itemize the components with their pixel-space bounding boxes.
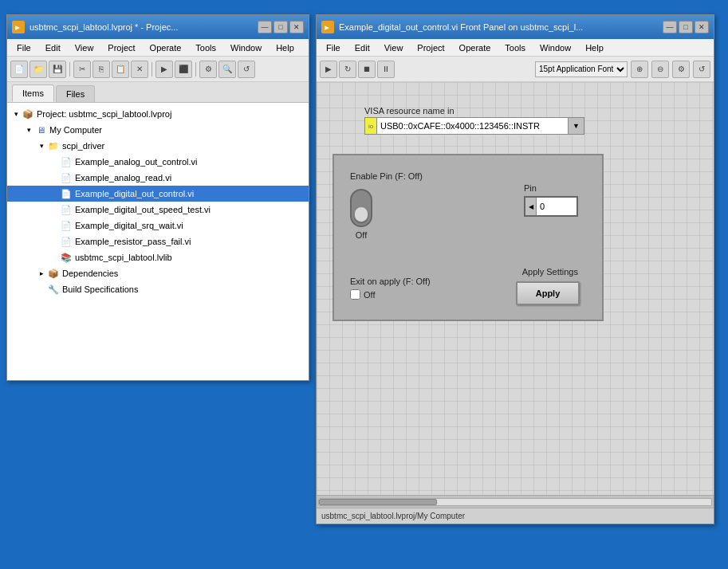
pin-container: Pin ◀ bbox=[524, 183, 578, 217]
toolbar-open[interactable]: 📁 bbox=[30, 61, 47, 78]
fp-menubar: File Edit View Project Operate Tools Win… bbox=[317, 39, 714, 57]
tree-mycomputer[interactable]: ▾ 🖥 My Computer bbox=[7, 122, 309, 138]
project-window-title: usbtmc_scpi_labtool.lvproj * - Projec... bbox=[30, 22, 253, 32]
tree-lvlib[interactable]: 📚 usbtmc_scpi_labtool.lvlib bbox=[7, 249, 309, 265]
menu-view[interactable]: View bbox=[69, 41, 100, 54]
fp-tool4[interactable]: ↺ bbox=[693, 61, 710, 78]
apply-settings-label: Apply Settings bbox=[522, 267, 578, 277]
fp-tool3[interactable]: ⚙ bbox=[672, 61, 690, 78]
vi-icon: 📄 bbox=[60, 155, 73, 168]
toolbar-extra2[interactable]: 🔍 bbox=[218, 61, 236, 78]
fp-scrollbar[interactable] bbox=[317, 495, 714, 508]
fp-menu-project[interactable]: Project bbox=[411, 41, 451, 54]
tree-label-r: Example_resistor_pass_fail.vi bbox=[75, 237, 191, 246]
tree-scpidriver[interactable]: ▾ 📁 scpi_driver bbox=[7, 138, 309, 154]
fp-menu-operate[interactable]: Operate bbox=[453, 41, 498, 54]
toolbar-paste[interactable]: 📋 bbox=[112, 61, 129, 78]
tree-label-do: Example_digital_out_control.vi bbox=[75, 189, 194, 198]
visa-resource-icon: io bbox=[364, 117, 377, 135]
menu-file[interactable]: File bbox=[10, 41, 37, 54]
tree-toggle-project[interactable]: ▾ bbox=[10, 108, 22, 120]
vi-icon-ar: 📄 bbox=[60, 171, 73, 184]
pin-value-input[interactable] bbox=[537, 198, 576, 215]
enable-pin-toggle[interactable] bbox=[350, 189, 372, 227]
vi-icon-do: 📄 bbox=[60, 187, 73, 200]
tree-build[interactable]: 🔧 Build Specifications bbox=[7, 281, 309, 297]
fp-maximize-button[interactable]: □ bbox=[679, 21, 693, 33]
toolbar-new[interactable]: 📄 bbox=[10, 61, 28, 78]
visa-dropdown-arrow[interactable]: ▼ bbox=[569, 117, 584, 135]
toolbar-run[interactable]: ▶ bbox=[155, 61, 173, 78]
project-app-icon: ▶ bbox=[12, 21, 25, 33]
menu-help[interactable]: Help bbox=[270, 41, 301, 54]
tree-analog-out[interactable]: 📄 Example_analog_out_control.vi bbox=[7, 154, 309, 170]
tree-toggle-mycomputer[interactable]: ▾ bbox=[23, 124, 34, 135]
tree-analog-read[interactable]: 📄 Example_analog_read.vi bbox=[7, 170, 309, 186]
tree-digital-speed[interactable]: 📄 Example_digital_out_speed_test.vi bbox=[7, 202, 309, 218]
scrollbar-track bbox=[318, 498, 712, 506]
tree-toggle-scpi[interactable]: ▾ bbox=[36, 140, 47, 151]
toolbar-cut[interactable]: ✂ bbox=[73, 61, 91, 78]
fp-tool1[interactable]: ⊕ bbox=[631, 61, 648, 78]
tree-label-ao: Example_analog_out_control.vi bbox=[75, 157, 198, 167]
toolbar-save[interactable]: 💾 bbox=[49, 61, 66, 78]
menu-tools[interactable]: Tools bbox=[189, 41, 222, 54]
tree-dependencies[interactable]: ▸ 📦 Dependencies bbox=[7, 265, 309, 281]
project-tree: ▾ 📦 Project: usbtmc_scpi_labtool.lvproj … bbox=[7, 103, 309, 380]
pin-decrement-button[interactable]: ◀ bbox=[525, 198, 537, 215]
fp-menu-view[interactable]: View bbox=[378, 41, 410, 54]
fp-menu-file[interactable]: File bbox=[320, 41, 347, 54]
fp-menu-window[interactable]: Window bbox=[533, 41, 577, 54]
folder-icon: 📁 bbox=[47, 139, 60, 152]
project-titlebar: ▶ usbtmc_scpi_labtool.lvproj * - Projec.… bbox=[7, 15, 309, 39]
project-toolbar: 📄 📁 💾 ✂ ⎘ 📋 ✕ ▶ ⬛ ⚙ 🔍 ↺ bbox=[7, 57, 309, 82]
tab-files[interactable]: Files bbox=[56, 85, 95, 102]
exit-apply-checkbox-label: Off bbox=[364, 290, 375, 300]
menu-project[interactable]: Project bbox=[101, 41, 141, 54]
fp-run-btn[interactable]: ▶ bbox=[320, 61, 337, 78]
font-selector[interactable]: 15pt Application Font bbox=[535, 61, 628, 77]
fp-minimize-button[interactable]: — bbox=[663, 21, 677, 33]
exit-apply-checkbox[interactable] bbox=[350, 289, 360, 300]
toggle-dep[interactable]: ▸ bbox=[36, 268, 47, 279]
frontpanel-grid: VISA resource name in io USB0::0xCAFE::0… bbox=[317, 82, 714, 495]
project-menubar: File Edit View Project Operate Tools Win… bbox=[7, 39, 309, 57]
toolbar-copy[interactable]: ⎘ bbox=[92, 61, 110, 78]
project-icon: 📦 bbox=[22, 108, 34, 120]
tree-digital-out[interactable]: 📄 Example_digital_out_control.vi bbox=[7, 186, 309, 202]
tree-project[interactable]: ▾ 📦 Project: usbtmc_scpi_labtool.lvproj bbox=[7, 106, 309, 122]
tree-label-build: Build Specifications bbox=[62, 284, 138, 294]
restore-button[interactable]: □ bbox=[273, 21, 288, 33]
toolbar-delete[interactable]: ✕ bbox=[131, 61, 148, 78]
menu-operate[interactable]: Operate bbox=[144, 41, 188, 54]
vi-icon-r: 📄 bbox=[60, 235, 73, 248]
fp-run-cont-btn[interactable]: ↻ bbox=[339, 61, 356, 78]
fp-abort-btn[interactable]: ⏹ bbox=[358, 61, 376, 78]
toolbar-extra3[interactable]: ↺ bbox=[238, 61, 255, 78]
fp-menu-edit[interactable]: Edit bbox=[348, 41, 376, 54]
tree-digital-srq[interactable]: 📄 Example_digital_srq_wait.vi bbox=[7, 218, 309, 233]
tree-label-mycomputer: My Computer bbox=[49, 125, 102, 135]
build-icon: 🔧 bbox=[47, 283, 60, 296]
apply-button[interactable]: Apply bbox=[516, 281, 580, 305]
tab-items[interactable]: Items bbox=[12, 84, 54, 102]
lib-icon: 📚 bbox=[60, 251, 73, 264]
minimize-button[interactable]: — bbox=[258, 21, 272, 33]
fp-tool2[interactable]: ⊖ bbox=[651, 61, 669, 78]
menu-window[interactable]: Window bbox=[224, 41, 268, 54]
fp-menu-tools[interactable]: Tools bbox=[498, 41, 532, 54]
toolbar-abort[interactable]: ⬛ bbox=[175, 61, 192, 78]
tree-resistor[interactable]: 📄 Example_resistor_pass_fail.vi bbox=[7, 233, 309, 249]
toolbar-extra1[interactable]: ⚙ bbox=[199, 61, 217, 78]
fp-menu-help[interactable]: Help bbox=[579, 41, 610, 54]
project-window: ▶ usbtmc_scpi_labtool.lvproj * - Projec.… bbox=[6, 14, 309, 381]
scrollbar-thumb[interactable] bbox=[319, 499, 437, 505]
exit-apply-container: Exit on apply (F: Off) Off bbox=[350, 277, 431, 300]
fp-pause-btn[interactable]: ⏸ bbox=[377, 61, 395, 78]
close-button[interactable]: ✕ bbox=[289, 21, 304, 33]
fp-close-button[interactable]: ✕ bbox=[695, 21, 709, 33]
menu-edit[interactable]: Edit bbox=[39, 41, 67, 54]
visa-select[interactable]: USB0::0xCAFE::0x4000::123456::INSTR bbox=[377, 117, 569, 135]
computer-icon: 🖥 bbox=[34, 124, 47, 136]
pin-label: Pin bbox=[524, 183, 537, 193]
